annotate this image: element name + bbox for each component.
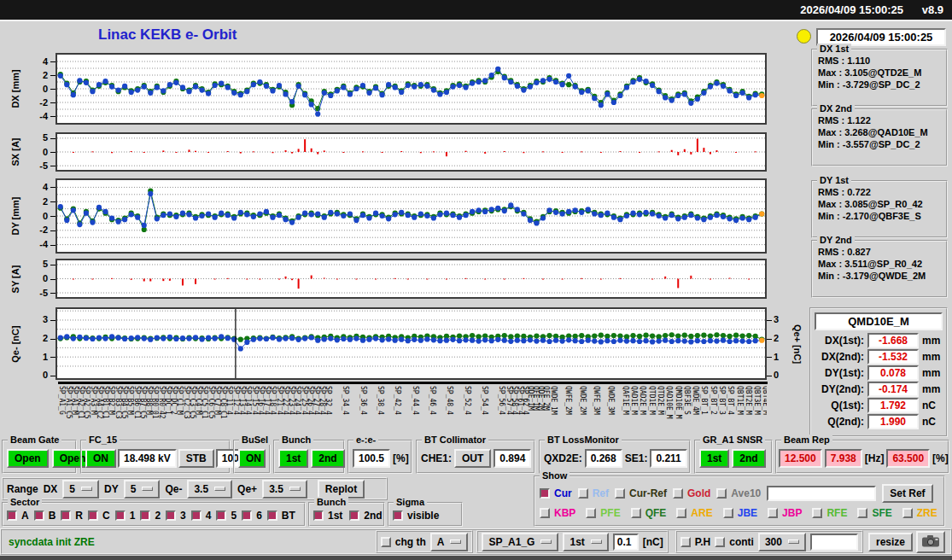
che1-out-button[interactable]: OUT	[454, 449, 491, 468]
checkbox-icon[interactable]	[723, 508, 733, 518]
count-dropdown[interactable]: 300	[758, 533, 806, 551]
sector-checkbox-1[interactable]: 1	[115, 510, 136, 522]
checkbox-icon[interactable]	[676, 508, 686, 518]
checkbox-icon[interactable]	[140, 510, 150, 521]
checkbox-icon[interactable]	[7, 510, 17, 521]
checkbox-icon[interactable]	[768, 508, 778, 518]
checkbox-icon[interactable]	[615, 488, 625, 499]
checkbox-icon[interactable]	[578, 488, 588, 499]
chg-th-dropdown[interactable]: A	[430, 533, 469, 551]
range-qe-plus-dropdown[interactable]: 3.5	[262, 480, 307, 499]
show-checkbox-rfe[interactable]: RFE	[812, 507, 847, 519]
snsr-2nd-button[interactable]: 2nd	[732, 449, 765, 468]
y-tick-mark	[50, 357, 55, 358]
sector-checkbox-2[interactable]: 2	[140, 510, 161, 522]
show-checkbox-jbe[interactable]: JBE	[723, 507, 757, 519]
ph-checkbox[interactable]: P.H	[680, 536, 710, 548]
set-ref-button[interactable]: Set Ref	[882, 484, 932, 503]
show-checkbox-gold[interactable]: Gold	[673, 487, 710, 499]
show-checkbox-cur[interactable]: Cur	[540, 487, 572, 499]
range-dx-dropdown[interactable]: 5	[62, 480, 99, 499]
checkbox-label: JBE	[738, 507, 757, 519]
checkbox-icon[interactable]	[716, 488, 727, 499]
show-checkbox-jbp[interactable]: JBP	[768, 507, 802, 519]
extra-input[interactable]	[810, 534, 858, 551]
show-checkbox-sfe[interactable]: SFE	[857, 507, 891, 519]
checkbox-icon[interactable]	[680, 537, 691, 547]
bunch-dropdown[interactable]: 1st	[563, 533, 608, 551]
sector-checkbox-bt[interactable]: BT	[267, 510, 295, 522]
checkbox-icon[interactable]	[191, 510, 201, 521]
sector-checkbox-6[interactable]: 6	[242, 510, 262, 522]
checkbox-icon[interactable]	[34, 510, 44, 521]
sector-checkbox-r[interactable]: R	[61, 510, 83, 522]
range-dy-dropdown[interactable]: 5	[124, 480, 161, 499]
checkbox-icon[interactable]	[393, 510, 403, 521]
sector-checkbox-c[interactable]: C	[88, 510, 110, 522]
sector-checkbox-5[interactable]: 5	[216, 510, 237, 522]
sigma-checkbox-visible[interactable]: visible	[393, 510, 439, 522]
checkbox-icon[interactable]	[267, 510, 277, 521]
ref-name-input[interactable]	[767, 486, 876, 501]
y-tick-mark	[50, 376, 55, 376]
checkbox-icon[interactable]	[61, 510, 71, 521]
checkbox-icon[interactable]	[381, 537, 391, 547]
chg-th-checkbox[interactable]: chg th	[381, 536, 426, 548]
show-checkbox-ave10[interactable]: Ave10	[716, 487, 761, 499]
checkbox-icon[interactable]	[166, 510, 176, 521]
sector-checkbox-a[interactable]: A	[7, 510, 29, 522]
show-checkbox-kbp[interactable]: KBP	[540, 507, 575, 519]
checkbox-icon[interactable]	[313, 510, 324, 521]
bt-collimator-group: BT Collimator CHE1: OUT 0.894	[416, 440, 535, 474]
checkbox-icon[interactable]	[540, 488, 550, 499]
bunch-checkbox-1st[interactable]: 1st	[313, 510, 342, 522]
show-checkbox-zre[interactable]: ZRE	[902, 507, 937, 519]
screenshot-button[interactable]	[916, 531, 945, 553]
sector-checkbox-3[interactable]: 3	[166, 510, 186, 522]
checkbox-icon[interactable]	[902, 508, 913, 518]
show-checkbox-qfe[interactable]: QFE	[631, 507, 667, 519]
checkbox-icon[interactable]	[857, 508, 867, 518]
checkbox-icon[interactable]	[216, 510, 226, 521]
y-axis-title-sx: SX [A]	[10, 138, 20, 166]
checkbox-icon[interactable]	[715, 537, 725, 547]
checkbox-icon[interactable]	[349, 510, 359, 521]
range-qe-minus-dropdown[interactable]: 3.5	[187, 480, 232, 499]
checkbox-icon[interactable]	[812, 508, 822, 518]
resize-button[interactable]: resize	[868, 533, 913, 551]
checkbox-icon[interactable]	[631, 508, 641, 518]
device-label: SP_BT_4	[727, 386, 733, 415]
checkbox-icon[interactable]	[540, 508, 550, 518]
chg-th-group: chg th A	[376, 530, 474, 553]
checkbox-icon[interactable]	[88, 510, 98, 521]
max-value: 3.085@SP_R0_42	[844, 199, 922, 209]
show-checkbox-ref[interactable]: Ref	[578, 487, 609, 499]
sector-checkbox-4[interactable]: 4	[191, 510, 212, 522]
device-name-field[interactable]: QMD10E_M	[815, 312, 943, 330]
bunch-1st-button[interactable]: 1st	[278, 449, 308, 468]
min-value: -3.557@SP_DC_2	[843, 139, 920, 149]
sector-checkbox-b[interactable]: B	[34, 510, 56, 522]
busel-on-button[interactable]: ON	[238, 449, 266, 468]
plot-sx	[55, 132, 767, 172]
checkbox-icon[interactable]	[586, 508, 596, 518]
fc15-stb-button[interactable]: STB	[178, 449, 214, 468]
checkbox-icon[interactable]	[673, 488, 683, 499]
show-checkbox-cur-ref[interactable]: Cur-Ref	[615, 487, 667, 499]
bunch-checkbox-2nd[interactable]: 2nd	[349, 510, 382, 522]
threshold-input[interactable]	[613, 534, 639, 551]
y-tick-label: -2	[26, 225, 48, 236]
show-checkbox-are[interactable]: ARE	[676, 507, 712, 519]
replot-button[interactable]: Replot	[318, 480, 365, 499]
bunch-2nd-button[interactable]: 2nd	[311, 449, 344, 468]
y-axis-title-dx: DX [mm]	[10, 69, 20, 108]
fc15-on-button[interactable]: ON	[85, 449, 116, 468]
conti-checkbox[interactable]: conti	[715, 536, 754, 548]
beam-gate-open-1-button[interactable]: Open	[7, 449, 49, 468]
show-checkbox-pfe[interactable]: PFE	[586, 507, 620, 519]
checkbox-icon[interactable]	[115, 510, 126, 521]
checkbox-icon[interactable]	[242, 510, 252, 521]
device-dropdown[interactable]: SP_A1_G	[482, 533, 558, 551]
checkbox-label: KBP	[554, 507, 575, 519]
snsr-1st-button[interactable]: 1st	[699, 449, 729, 468]
